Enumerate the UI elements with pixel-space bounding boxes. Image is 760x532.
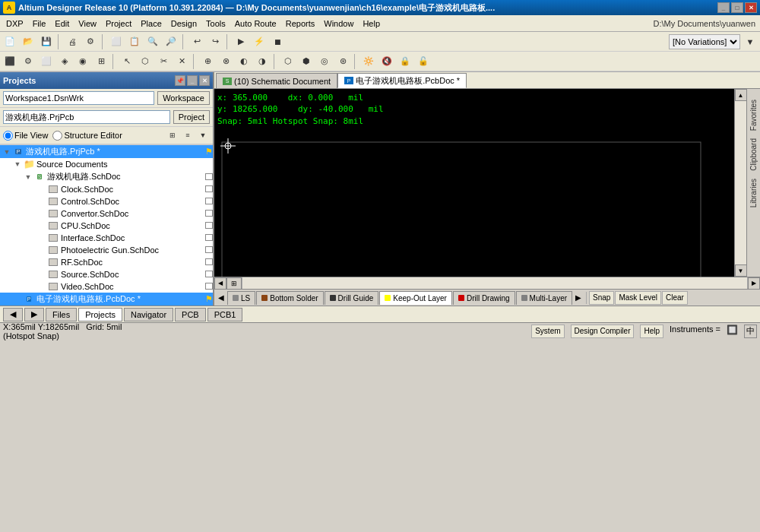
tb2-9[interactable]: ✂ xyxy=(155,53,172,70)
mask-level-btn[interactable]: Mask Level xyxy=(615,291,661,305)
tb-new[interactable]: 📄 xyxy=(2,33,18,50)
layer-arrow-left[interactable]: ◀ xyxy=(216,293,226,302)
tb2-22[interactable]: 🔓 xyxy=(415,53,432,70)
scroll-up-btn[interactable]: ▲ xyxy=(735,89,747,101)
tb2-3[interactable]: ⬜ xyxy=(38,53,55,70)
tab-pcb[interactable]: PCB xyxy=(175,308,206,321)
tb-stop[interactable]: ⏹ xyxy=(269,33,286,50)
help-status-btn[interactable]: Help xyxy=(640,325,663,338)
expander-project[interactable]: ▼ xyxy=(2,148,12,156)
tb-zoom-out[interactable]: 🔎 xyxy=(163,33,179,50)
clear-btn[interactable]: Clear xyxy=(662,291,688,305)
hscroll-corner[interactable]: ⊞ xyxy=(226,277,242,290)
tree-item-main-sch[interactable]: ▼ S 游戏机电路.SchDoc xyxy=(0,170,213,183)
tb-redo[interactable]: ↪ xyxy=(207,33,223,50)
tree-item-control[interactable]: Control.SchDoc xyxy=(0,195,213,207)
layer-arrow-right[interactable]: ▶ xyxy=(573,293,584,302)
tb2-5[interactable]: ◉ xyxy=(74,53,91,70)
hscroll-left-btn[interactable]: ◀ xyxy=(214,277,226,290)
expander-main-sch[interactable]: ▼ xyxy=(23,173,33,181)
tb2-15[interactable]: ⬡ xyxy=(280,53,296,70)
menu-help[interactable]: Help xyxy=(358,17,385,30)
variations-select[interactable]: [No Variations] xyxy=(669,34,740,49)
structure-editor-label[interactable]: Structure Editor xyxy=(52,131,122,141)
tb2-17[interactable]: ◎ xyxy=(316,53,333,70)
layer-tab-ls[interactable]: LS xyxy=(227,291,255,305)
tab-schematic[interactable]: S (10) Schematic Document xyxy=(216,73,337,88)
tb2-4[interactable]: ◈ xyxy=(56,53,73,70)
system-status-btn[interactable]: System xyxy=(531,325,564,338)
tb2-12[interactable]: ⊗ xyxy=(217,53,234,70)
tab-files[interactable]: Files xyxy=(46,308,77,321)
workspace-button[interactable]: Workspace xyxy=(157,91,210,105)
layer-tab-bottom-solder[interactable]: Bottom Solder xyxy=(256,291,323,305)
tb-undo[interactable]: ↩ xyxy=(188,33,205,50)
hscroll-right-btn[interactable]: ▶ xyxy=(748,277,760,290)
structure-view-radio[interactable] xyxy=(52,131,62,141)
tab-pcb1[interactable]: PCB1 xyxy=(207,308,243,321)
tree-item-video[interactable]: Video.SchDoc xyxy=(0,280,213,293)
tb2-19[interactable]: 🔆 xyxy=(360,53,377,70)
menu-file[interactable]: File xyxy=(28,17,51,30)
tb-zoom-in[interactable]: 🔍 xyxy=(144,33,161,50)
tb-open[interactable]: 📂 xyxy=(20,33,36,50)
tb2-2[interactable]: ⚙ xyxy=(20,53,36,70)
close-btn[interactable]: ✕ xyxy=(745,2,757,13)
tb2-18[interactable]: ⊛ xyxy=(334,53,351,70)
libraries-label[interactable]: Libraries xyxy=(748,176,759,211)
tree-item-convertor[interactable]: Convertor.SchDoc xyxy=(0,207,213,220)
tb2-6[interactable]: ⊞ xyxy=(93,53,109,70)
tb2-16[interactable]: ⬢ xyxy=(298,53,315,70)
file-view-label[interactable]: File View xyxy=(3,131,48,141)
layer-tab-keepout[interactable]: Keep-Out Layer xyxy=(379,291,452,305)
layer-tab-drill-guide[interactable]: Drill Guide xyxy=(325,291,379,305)
menu-edit[interactable]: Edit xyxy=(50,17,74,30)
tb2-10[interactable]: ✕ xyxy=(173,53,190,70)
layer-tab-drill-drawing[interactable]: Drill Drawing xyxy=(453,291,515,305)
tab-projects[interactable]: Projects xyxy=(78,308,122,321)
scroll-down-btn[interactable]: ▼ xyxy=(735,264,747,277)
menu-window[interactable]: Window xyxy=(319,17,358,30)
scroll-track-v[interactable] xyxy=(735,101,747,264)
project-button[interactable]: Project xyxy=(173,110,210,124)
project-input[interactable] xyxy=(3,110,170,124)
settings-btn[interactable]: ▼ xyxy=(196,128,210,142)
design-compiler-btn[interactable]: Design Compiler xyxy=(571,325,635,338)
tree-item-pcbdoc[interactable]: P 电子游戏机电路板.PcbDoc * ⚑ xyxy=(0,293,213,306)
tb2-14[interactable]: ◑ xyxy=(254,53,271,70)
tb-compile[interactable]: ▶ xyxy=(233,33,249,50)
tb-run[interactable]: ⚡ xyxy=(251,33,268,50)
favorites-label[interactable]: Favorites xyxy=(748,97,759,134)
maximize-btn[interactable]: □ xyxy=(731,2,743,13)
tb-save[interactable]: 💾 xyxy=(38,33,55,50)
tree-view-btn[interactable]: ⊞ xyxy=(166,128,179,142)
menu-reports[interactable]: Reports xyxy=(281,17,320,30)
minimize-btn[interactable]: _ xyxy=(717,2,730,13)
snap-btn[interactable]: Snap xyxy=(589,291,614,305)
tree-item-source[interactable]: Source.SchDoc xyxy=(0,268,213,280)
tb2-13[interactable]: ◐ xyxy=(236,53,252,70)
file-view-radio[interactable] xyxy=(3,131,13,141)
tab-pcbdoc[interactable]: P 电子游戏机电路板.PcbDoc * xyxy=(337,73,467,88)
tree-item-rf[interactable]: RF.SchDoc xyxy=(0,256,213,268)
tree-item-source-docs[interactable]: ▼ 📁 Source Documents xyxy=(0,158,213,170)
tree-item-cpu[interactable]: CPU.SchDoc xyxy=(0,220,213,232)
tb-print[interactable]: 🖨 xyxy=(64,33,81,50)
tb-print2[interactable]: ⚙ xyxy=(82,33,99,50)
tb2-21[interactable]: 🔒 xyxy=(397,53,413,70)
tb-copy[interactable]: ⬜ xyxy=(108,33,125,50)
hscroll-track[interactable] xyxy=(242,277,748,290)
panel-minimize[interactable]: _ xyxy=(187,75,198,86)
workspace-input[interactable] xyxy=(3,91,154,105)
tree-item-interface[interactable]: Interface.SchDoc xyxy=(0,232,213,244)
menu-view[interactable]: View xyxy=(74,17,101,30)
tb-paste[interactable]: 📋 xyxy=(126,33,143,50)
tb2-20[interactable]: 🔇 xyxy=(378,53,395,70)
clipboard-label[interactable]: Clipboard xyxy=(748,135,759,174)
tab-arrow-prev[interactable]: ◀ xyxy=(3,308,23,321)
tb2-7[interactable]: ↖ xyxy=(119,53,135,70)
panel-pin[interactable]: 📌 xyxy=(175,75,185,86)
layer-tab-multilayer[interactable]: Multi-Layer xyxy=(516,291,572,305)
menu-tools[interactable]: Tools xyxy=(201,17,230,30)
tb2-8[interactable]: ⬡ xyxy=(137,53,154,70)
